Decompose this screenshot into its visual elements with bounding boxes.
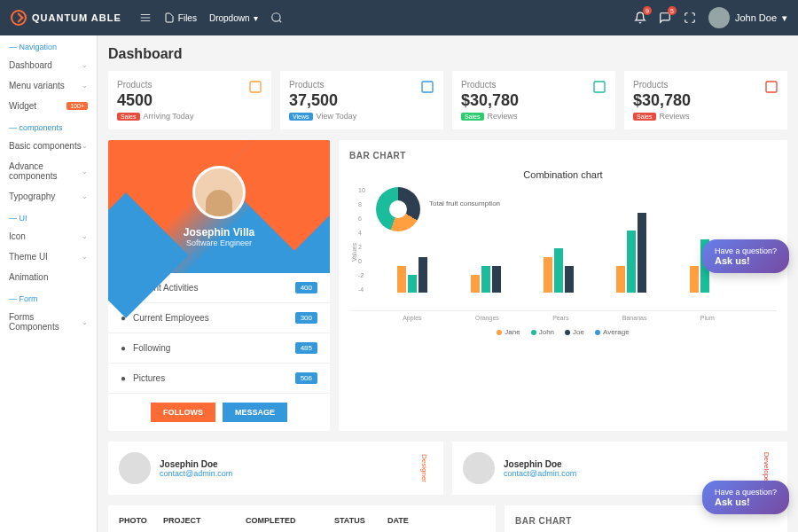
email-link[interactable]: contact@admin.com [160,469,232,478]
sidebar-section: — components [0,116,97,136]
sidebar-item[interactable]: Basic components⌄ [0,136,97,156]
legend-item[interactable]: Joe [565,328,584,336]
menu-icon[interactable] [139,12,152,24]
sidebar-item[interactable]: Forms Components⌄ [0,307,97,337]
message-button[interactable]: MESSAGE [223,403,287,422]
legend-item[interactable]: Average [595,328,630,336]
chevron-down-icon: ⌄ [82,61,88,69]
profile-stat-item[interactable]: ●Current Employees300 [108,303,330,333]
chat-widget[interactable]: Have a question? Ask us! [702,481,789,514]
profile-role: Software Engineer [186,239,252,247]
stat-icon [592,80,606,94]
sidebar-section: — Form [0,287,97,307]
stat-icon [248,80,262,94]
bar-chart-card: BAR CHART Combination chart Total fruit … [339,140,787,431]
sidebar-item[interactable]: Typography⌄ [0,186,97,207]
sidebar-item[interactable]: Dashboard⌄ [0,55,97,75]
sidebar-item[interactable]: Widget100+ [0,96,97,116]
follows-button[interactable]: FOLLOWS [151,403,215,422]
legend-item[interactable]: John [531,328,554,336]
legend-item[interactable]: Jane [497,328,520,336]
svg-rect-1 [250,82,261,92]
page-title: Dashboard [108,46,787,62]
files-link[interactable]: Files [164,12,197,23]
profile-avatar [192,166,246,219]
chevron-down-icon: ⌄ [82,168,88,176]
chevron-down-icon: ▾ [254,13,258,23]
chevron-down-icon: ⌄ [82,253,88,261]
profile-card: Josephin Villa Software Engineer ●Recent… [108,140,330,431]
chevron-down-icon: ⌄ [82,142,88,150]
contact-card: Josephin Doecontact@admin.comDesigner [108,442,443,495]
user-menu[interactable]: John Doe ▾ [708,7,787,28]
profile-name: Josephin Villa [184,226,254,239]
sidebar: — NavigationDashboard⌄Menu variants⌄Widg… [0,35,98,532]
stat-card: Products37,500ViewsView Today [280,71,443,129]
pie-chart [376,187,420,231]
svg-rect-4 [766,82,777,92]
logo-icon [11,10,27,26]
sidebar-item[interactable]: Theme UI⌄ [0,246,97,267]
sidebar-item[interactable]: Advance components⌄ [0,156,97,186]
svg-rect-2 [422,82,433,92]
stat-icon [764,80,778,94]
avatar [708,7,730,28]
sidebar-section: — Navigation [0,35,97,55]
stat-icon [420,80,434,94]
notification-icon[interactable] [634,12,646,24]
stat-card: Products$30,780SalesReviews [452,71,615,129]
bar-group [397,257,427,293]
brand-text: QUANTUM ABLE [32,12,121,23]
files-icon [164,12,175,23]
fullscreen-icon[interactable] [684,12,696,24]
email-link[interactable]: contact@admin.com [504,469,576,478]
chevron-down-icon: ▾ [782,12,787,24]
stat-card: Products4500SalesArriving Today [108,71,271,129]
profile-stat-item[interactable]: ●Pictures506 [108,364,330,394]
bar-group [616,213,646,293]
sidebar-item[interactable]: Menu variants⌄ [0,75,97,96]
message-icon[interactable] [659,12,671,24]
avatar [463,452,495,484]
chevron-down-icon: ⌄ [82,318,88,326]
chevron-down-icon: ⌄ [82,232,88,240]
sidebar-item[interactable]: Animation [0,267,97,287]
search-icon[interactable] [270,12,283,24]
projects-table: PHOTO PROJECT COMPLETED STATUS DATE Appe… [108,505,496,532]
sidebar-section: — UI [0,207,97,226]
svg-rect-3 [594,82,605,92]
svg-point-0 [271,13,279,21]
chevron-down-icon: ⌄ [82,82,88,90]
profile-stat-item[interactable]: ●Following485 [108,333,330,364]
sidebar-item[interactable]: Icon⌄ [0,226,97,246]
stat-card: Products$30,780SalesReviews [624,71,787,129]
avatar [119,452,151,484]
chevron-down-icon: ⌄ [82,192,88,200]
dropdown-link[interactable]: Dropdown ▾ [209,13,258,23]
bar-group [471,266,501,293]
chat-widget[interactable]: Have a question? Ask us! [702,239,789,273]
bar-group [544,248,574,293]
logo[interactable]: QUANTUM ABLE [11,10,121,26]
